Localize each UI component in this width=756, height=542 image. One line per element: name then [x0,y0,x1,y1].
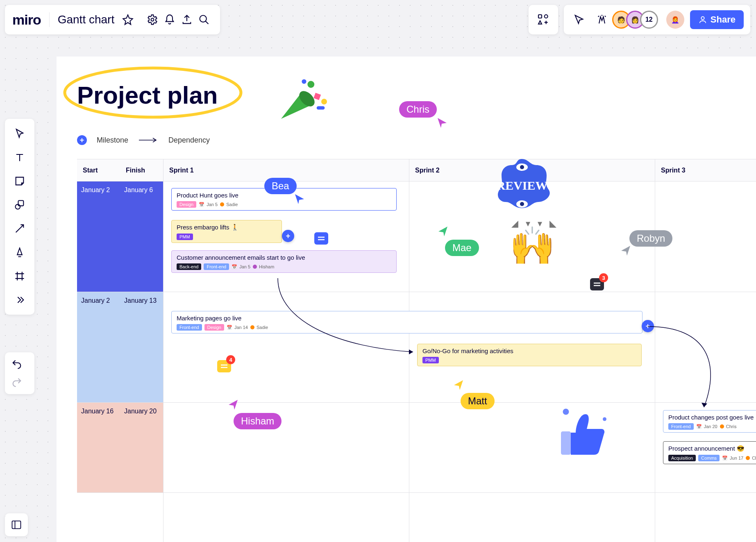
task-assignee: Chris [746,456,756,460]
select-tool[interactable] [8,122,31,145]
board-title[interactable]: Gantt chart [58,13,115,26]
canvas[interactable]: Project plan + Milestone Dependency Star… [57,57,756,542]
redo-button[interactable] [8,374,25,391]
comment-thread[interactable]: 4 [217,360,231,372]
bell-icon[interactable] [161,11,178,28]
undo-button[interactable] [8,356,25,373]
svg-marker-19 [295,194,304,204]
svg-marker-18 [438,118,447,128]
svg-rect-15 [317,106,325,109]
arrow-tool[interactable] [8,217,31,240]
cursor-pointer-icon [620,246,632,257]
gantt-chart[interactable]: Start January 2 January 2 January 16 Fin… [77,159,756,542]
miro-logo[interactable]: miro [12,12,41,28]
cursor-pointer-icon [228,400,239,411]
sticky-tool[interactable] [8,170,31,193]
tag: Design [204,324,224,331]
star-icon[interactable] [119,11,136,28]
col-finish-header: Finish [120,159,163,181]
cursor-mae: Mae [445,240,479,256]
thumbs-up-sticker[interactable] [552,401,614,464]
tag: Design [177,201,196,208]
collaborator-avatars[interactable]: 🧑 👩 12 [616,11,658,29]
date-cell: January 16 [77,403,120,420]
sparkle-sticker: ◢ ▾ ▾ ◣ [511,218,559,229]
svg-marker-22 [229,400,238,410]
tag: PMM [177,234,193,240]
cursor-pointer-icon [453,380,465,392]
task-title: Go/No-Go for marketing activities [422,347,636,354]
task-title: Marketing pages go live [177,315,637,322]
task-card[interactable]: Product changes post goes live Front-end… [663,410,756,433]
svg-rect-7 [12,521,21,529]
cursor-hisham: Hisham [234,413,282,429]
svg-point-26 [520,165,524,169]
svg-point-30 [603,417,606,421]
cursor-pointer-icon [438,227,449,238]
task-date: 📅 Jan 5 [232,264,250,270]
reactions-icon[interactable] [593,11,611,28]
tag: Front-end [668,423,694,430]
legend: + Milestone Dependency [77,135,210,145]
svg-point-0 [151,18,154,21]
cursor-pointer-icon [295,194,307,206]
task-title: Press embargo lifts 🚶 [177,224,277,231]
task-card[interactable]: Go/No-Go for marketing activities PMM [417,344,642,366]
minimap-button[interactable] [5,513,28,536]
comment-count: 3 [599,273,608,282]
svg-point-14 [302,79,306,84]
legend-dependency: Dependency [168,136,210,145]
raised-hands-sticker[interactable]: 🙌 [509,225,555,268]
milestone-icon: + [77,135,87,145]
settings-icon[interactable] [144,11,161,28]
date-cell: January 13 [120,292,163,309]
project-title[interactable]: Project plan [77,81,218,109]
task-card[interactable]: Customer announcement emails start to go… [171,250,397,273]
frame-tool[interactable] [8,265,31,288]
task-card[interactable]: Marketing pages go live Front-end Design… [171,311,642,333]
svg-point-11 [307,81,314,88]
add-milestone[interactable]: + [642,320,654,332]
tag: Acquisition [668,455,696,461]
task-assignee: Hisham [253,264,274,269]
cursor-icon[interactable] [570,11,588,28]
comment-icon[interactable] [314,232,328,245]
svg-marker-21 [621,246,630,256]
col-sprint3-header: Sprint 3 [655,159,756,181]
svg-point-1 [200,16,207,22]
more-tools[interactable] [8,288,31,311]
shape-tool[interactable] [8,193,31,216]
svg-point-6 [16,204,20,209]
review-sticker[interactable]: REVIEW [489,155,555,218]
tag: Back-end [177,263,201,270]
svg-marker-23 [454,380,463,390]
add-milestone[interactable]: + [282,230,294,242]
tag: Comms [698,455,720,461]
current-user-avatar[interactable]: 👩‍🦰 [666,11,684,29]
date-cell: January 2 [77,292,120,309]
task-title: Product changes post goes live [668,414,756,421]
cursor-chris: Chris [399,101,437,118]
dependency-icon [138,137,159,143]
apps-button[interactable] [529,5,558,34]
share-button[interactable]: Share [690,10,744,29]
share-label: Share [711,14,736,25]
task-card[interactable]: Press embargo lifts 🚶 PMM [171,220,282,243]
divider [49,12,50,27]
avatar-overflow[interactable]: 12 [640,11,658,29]
search-icon[interactable] [195,11,213,28]
svg-point-13 [321,99,327,104]
svg-point-4 [701,17,704,20]
party-popper-sticker[interactable] [270,73,327,132]
task-title: Prospect announcement 😎 [668,445,756,452]
legend-milestone: Milestone [97,136,128,145]
task-card[interactable]: Prospect announcement 😎 Acquisition Comm… [663,441,756,464]
date-cell: January 20 [120,403,163,420]
task-date: 📅 Jan 20 [696,424,717,429]
text-tool[interactable] [8,146,31,169]
pen-tool[interactable] [8,241,31,264]
svg-rect-12 [313,93,321,100]
tag: PMM [422,357,439,363]
export-icon[interactable] [178,11,195,28]
cursor-robyn: Robyn [629,230,672,247]
